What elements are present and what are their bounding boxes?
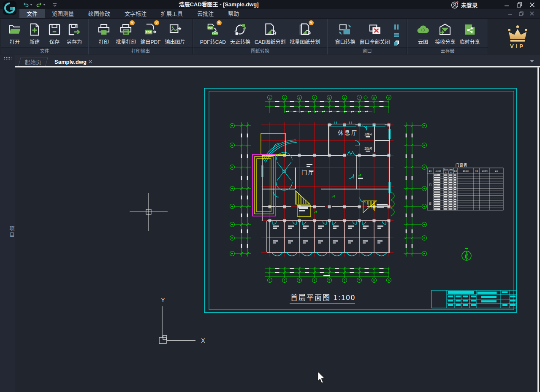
- close-button[interactable]: [526, 0, 538, 9]
- svg-text:设计编号: 设计编号: [435, 170, 441, 172]
- export-image-button[interactable]: 输出图片: [163, 21, 187, 46]
- export-pdf-icon: PDF V: [143, 22, 158, 37]
- vip-badge-icon: V: [154, 20, 159, 25]
- vip-button[interactable]: VIP: [505, 19, 530, 54]
- svg-text:宽: 宽: [445, 171, 447, 173]
- cascade-icon[interactable]: [393, 40, 400, 46]
- save-button[interactable]: 保存: [45, 21, 65, 46]
- svg-text:6: 6: [344, 279, 345, 282]
- ribbon: 打开 新建: [0, 19, 540, 55]
- new-file-button[interactable]: 新建: [25, 21, 45, 46]
- print-icon: [96, 22, 111, 37]
- window-title: 浩辰CAD看图王 - [Sample.dwg]: [0, 0, 437, 9]
- bathroom-label: 卫生间: [364, 147, 372, 150]
- tianzheng-convert-button[interactable]: 天正转换: [228, 21, 252, 46]
- crosshair-cursor: [130, 193, 168, 231]
- document-tabstrip: 起始页 Sample.dwg: [15, 55, 540, 66]
- cad-drawing[interactable]: 门窗表 类别 设计编号 洞口尺寸(mm) 宽 高 数量 图集名称 页次 选用型号: [15, 66, 540, 392]
- menu-tab-extended-tools[interactable]: 扩展工具: [154, 9, 190, 18]
- batch-split-icon: V: [297, 22, 313, 37]
- svg-text:洞口尺寸(mm): 洞口尺寸(mm): [444, 168, 453, 170]
- new-file-icon: [27, 22, 43, 37]
- mouse-cursor: [318, 372, 324, 383]
- svg-text:6: 6: [344, 96, 345, 99]
- tab-list-caret-icon[interactable]: [530, 60, 534, 62]
- vip-badge-icon: V: [217, 20, 222, 25]
- minimize-button[interactable]: [500, 0, 513, 9]
- batch-split-button[interactable]: V 批量图纸分割: [288, 21, 322, 46]
- save-icon: [47, 22, 62, 37]
- export-image-icon: [167, 22, 183, 37]
- svg-text:3: 3: [298, 279, 300, 282]
- rest-hall-label: 休息厅: [338, 130, 358, 136]
- doc-close-button[interactable]: [526, 9, 537, 18]
- tab-start-page[interactable]: 起始页: [18, 57, 48, 66]
- save-as-button[interactable]: 另存为: [65, 21, 84, 46]
- titlebar: 浩辰CAD看图王 - [Sample.dwg] 未登录: [0, 0, 540, 9]
- receive-share-button[interactable]: 接收分享: [433, 21, 457, 46]
- document-window-controls: [505, 9, 537, 18]
- svg-text:9: 9: [388, 279, 390, 282]
- cad-split-icon: [262, 22, 278, 37]
- cloud-drawing-button[interactable]: 云图: [413, 21, 433, 46]
- batch-print-button[interactable]: V 批量打印: [114, 21, 138, 46]
- ucs-icon: Y X: [159, 297, 205, 344]
- doc-restore-button[interactable]: [516, 9, 526, 18]
- restore-button[interactable]: [513, 0, 526, 9]
- menu-tab-help[interactable]: 帮助: [221, 9, 246, 18]
- svg-text:1: 1: [269, 279, 271, 282]
- pdf-to-cad-button[interactable]: PDF CAD V PDF转CAD: [198, 21, 228, 46]
- vip-crown-icon: [505, 24, 530, 43]
- window-arrange-tools: [392, 21, 402, 46]
- doc-minimize-button[interactable]: [505, 9, 516, 18]
- close-all-windows-button[interactable]: 窗口全部关闭: [358, 21, 392, 46]
- menu-tab-cloud-annotate[interactable]: 云批注: [190, 9, 221, 18]
- export-pdf-button[interactable]: PDF V 输出PDF: [138, 21, 163, 46]
- print-button[interactable]: 打印: [94, 21, 114, 46]
- cad-split-button[interactable]: CAD图纸分割: [252, 21, 288, 46]
- sidebar-grip-icon[interactable]: [4, 57, 11, 59]
- app-logo-icon[interactable]: [3, 1, 17, 15]
- svg-text:CAD: CAD: [212, 32, 218, 35]
- cloud-icon: [415, 22, 431, 37]
- window-switch-icon: [337, 22, 353, 37]
- receive-share-icon: [437, 22, 453, 37]
- vip-badge-icon: V: [309, 20, 314, 25]
- tab-close-icon[interactable]: [88, 59, 92, 65]
- svg-text:X: X: [201, 337, 205, 344]
- svg-text:选用型号: 选用型号: [482, 170, 488, 172]
- window-switch-button[interactable]: 窗口转换: [333, 21, 357, 46]
- plan-walls: [262, 125, 390, 221]
- login-label: 未登录: [461, 1, 478, 9]
- tab-sample-dwg[interactable]: Sample.dwg: [49, 57, 98, 66]
- tile-vertical-icon[interactable]: [393, 24, 400, 30]
- svg-text:8: 8: [373, 279, 375, 282]
- svg-text:2: 2: [284, 96, 285, 99]
- ribbon-group-file: 打开 新建: [1, 19, 88, 54]
- drawing-canvas[interactable]: 门窗表 类别 设计编号 洞口尺寸(mm) 宽 高 数量 图集名称 页次 选用型号: [15, 66, 540, 392]
- menu-bar: 文件 览图测量 绘图修改 文字标注 扩展工具 云批注 帮助: [0, 9, 540, 19]
- ribbon-group-convert: PDF CAD V PDF转CAD: [193, 19, 327, 54]
- user-account[interactable]: 未登录: [451, 0, 478, 9]
- svg-text:8: 8: [373, 96, 375, 99]
- svg-text:备注: 备注: [495, 170, 498, 172]
- menu-tab-draw-modify[interactable]: 绘图修改: [81, 9, 117, 18]
- menu-tab-view-measure[interactable]: 览图测量: [45, 9, 81, 18]
- tile-horizontal-icon[interactable]: [393, 32, 400, 38]
- sidebar-panel-project[interactable]: 项目: [0, 226, 15, 238]
- svg-text:图集名称: 图集名称: [463, 170, 469, 172]
- close-all-windows-icon: [367, 22, 383, 37]
- menu-tab-file[interactable]: 文件: [19, 9, 45, 18]
- svg-text:5: 5: [328, 96, 330, 99]
- svg-text:PDF: PDF: [208, 27, 213, 29]
- svg-text:数量: 数量: [454, 170, 457, 172]
- svg-text:4: 4: [314, 96, 315, 99]
- temp-share-button[interactable]: 临时分享: [458, 21, 482, 46]
- svg-text:高: 高: [450, 171, 452, 173]
- canvas-scrollbar[interactable]: [537, 68, 539, 392]
- menu-tab-text-annotate[interactable]: 文字标注: [117, 9, 154, 18]
- ribbon-group-label: 图纸转换: [193, 47, 327, 54]
- open-button[interactable]: 打开: [5, 21, 25, 46]
- bathroom-label: 卫生间: [364, 132, 372, 136]
- temp-share-icon: [462, 22, 478, 37]
